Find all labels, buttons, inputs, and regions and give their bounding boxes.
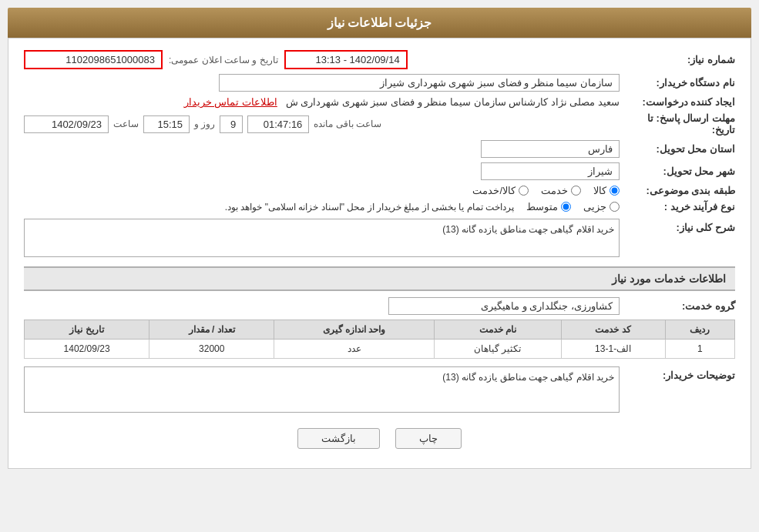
page-header: جزئیات اطلاعات نیاز (8, 8, 751, 38)
deadline-days: 9 (220, 115, 243, 133)
category-kala-radio[interactable] (610, 186, 620, 196)
purchase-type-mutavasset-radio[interactable] (561, 202, 571, 212)
need-desc-value: خرید اقلام گیاهی جهت مناطق یازده گانه (1… (24, 219, 620, 257)
deadline-value-wrap: 1402/09/23 ساعت 15:15 روز و 9 01:47:16 س… (24, 115, 620, 133)
col-unit: واحد اندازه گیری (274, 320, 435, 340)
category-khedmat-radio[interactable] (571, 186, 581, 196)
need-number-value: 1102098651000083 (24, 50, 163, 69)
purchase-type-mutavasset-item: متوسط (526, 201, 571, 212)
creator-value-wrap: سعید مصلی نژاد کارشناس سازمان سیما منظر … (24, 96, 620, 108)
need-desc-label: شرح کلی نیاز: (620, 219, 735, 233)
col-date: تاریخ نیاز (25, 320, 149, 340)
buyer-desc-label: توضیحات خریدار: (620, 366, 735, 381)
buyer-desc-value: خرید اقلام گیاهی جهت مناطق یازده گانه (1… (24, 366, 620, 413)
category-both-item: کالا/خدمت (472, 185, 529, 196)
col-code: کد خدمت (561, 320, 665, 340)
announce-value: 1402/09/14 - 13:13 (284, 50, 408, 69)
purchase-type-label: نوع فرآیند خرید : (620, 201, 735, 212)
deadline-time: 15:15 (143, 115, 190, 133)
btn-row: چاپ بازگشت (24, 428, 735, 457)
deadline-time-label: ساعت (113, 119, 139, 129)
col-qty: تعداد / مقدار (149, 320, 274, 340)
city-value: شیراز (481, 162, 620, 180)
need-desc-text: خرید اقلام گیاهی جهت مناطق یازده گانه (1… (442, 224, 614, 235)
table-row: 1 الف-1-13 تکثیر گیاهان عدد 32000 1402/0… (25, 340, 735, 359)
cell-name: تکثیر گیاهان (434, 340, 561, 359)
purchase-type-row: نوع فرآیند خرید : جزیی متوسط پرداخت تمام… (24, 201, 735, 212)
cell-row: 1 (665, 340, 734, 359)
province-label: استان محل تحویل: (620, 143, 735, 155)
deadline-remaining: 01:47:16 (247, 115, 309, 133)
province-value-wrap: فارس (24, 140, 620, 158)
category-options: کالا خدمت کالا/خدمت (24, 185, 620, 196)
deadline-label: مهلت ارسال پاسخ: تا تاریخ: (620, 112, 735, 136)
deadline-day-label: روز و (194, 119, 215, 129)
services-section-title: اطلاعات خدمات مورد نیاز (24, 266, 735, 291)
buyer-org-value: سازمان سیما منظر و فضای سبز شهری شهرداری… (219, 74, 620, 92)
deadline-remaining-label: ساعت باقی مانده (314, 119, 381, 129)
category-khedmat-item: خدمت (541, 185, 581, 196)
city-row: شهر محل تحویل: شیراز (24, 162, 735, 180)
service-group-value: کشاورزی، جنگلداری و ماهیگیری (388, 297, 620, 315)
need-number-row: شماره نیاز: 1102098651000083 تاریخ و ساع… (24, 50, 735, 69)
print-button[interactable]: چاپ (395, 428, 462, 449)
buyer-desc-text: خرید اقلام گیاهی جهت مناطق یازده گانه (1… (442, 372, 614, 383)
cell-qty: 32000 (149, 340, 274, 359)
province-row: استان محل تحویل: فارس (24, 140, 735, 158)
buyer-org-value-wrap: سازمان سیما منظر و فضای سبز شهری شهرداری… (24, 74, 620, 92)
cell-date: 1402/09/23 (25, 340, 149, 359)
category-kala-item: کالا (593, 185, 620, 196)
purchase-type-note: پرداخت تمام یا بخشی از مبلغ خریدار از مح… (225, 202, 514, 212)
buyer-org-row: نام دستگاه خریدار: سازمان سیما منظر و فض… (24, 74, 735, 92)
cell-unit: عدد (274, 340, 435, 359)
category-both-label: کالا/خدمت (472, 185, 516, 196)
province-value: فارس (481, 140, 620, 158)
buyer-desc-value-wrap: خرید اقلام گیاهی جهت مناطق یازده گانه (1… (24, 366, 620, 413)
city-label: شهر محل تحویل: (620, 166, 735, 177)
category-row: طبقه بندی موضوعی: کالا خدمت کالا/خدمت (24, 185, 735, 196)
contact-link[interactable]: اطلاعات تماس خریدار (184, 96, 277, 108)
category-both-radio[interactable] (519, 186, 529, 196)
purchase-type-jozee-label: جزیی (583, 201, 606, 212)
buyer-org-label: نام دستگاه خریدار: (620, 77, 735, 89)
purchase-type-wrap: جزیی متوسط پرداخت تمام یا بخشی از مبلغ خ… (24, 201, 620, 212)
need-number-value-wrap: 1102098651000083 تاریخ و ساعت اعلان عموم… (24, 50, 620, 69)
deadline-row: مهلت ارسال پاسخ: تا تاریخ: 1402/09/23 سا… (24, 112, 735, 136)
page-title: جزئیات اطلاعات نیاز (327, 16, 432, 29)
need-desc-row: شرح کلی نیاز: خرید اقلام گیاهی جهت مناطق… (24, 219, 735, 257)
city-value-wrap: شیراز (24, 162, 620, 180)
purchase-type-mutavasset-label: متوسط (526, 201, 558, 212)
page-container: جزئیات اطلاعات نیاز شماره نیاز: 11020986… (0, 0, 759, 532)
category-label: طبقه بندی موضوعی: (620, 185, 735, 196)
category-khedmat-label: خدمت (541, 185, 568, 196)
buyer-desc-row: توضیحات خریدار: خرید اقلام گیاهی جهت منا… (24, 366, 735, 413)
announce-label: تاریخ و ساعت اعلان عمومی: (169, 55, 278, 65)
service-group-value-wrap: کشاورزی، جنگلداری و ماهیگیری (24, 297, 620, 315)
services-table: ردیف کد خدمت نام خدمت واحد اندازه گیری ت… (24, 320, 735, 359)
cell-code: الف-1-13 (561, 340, 665, 359)
need-desc-value-wrap: خرید اقلام گیاهی جهت مناطق یازده گانه (1… (24, 219, 620, 257)
category-kala-label: کالا (593, 185, 606, 196)
creator-label: ایجاد کننده درخواست: (620, 96, 735, 108)
deadline-date: 1402/09/23 (24, 115, 109, 133)
purchase-type-jozee-radio[interactable] (610, 202, 620, 212)
creator-row: ایجاد کننده درخواست: سعید مصلی نژاد کارش… (24, 96, 735, 108)
need-number-label: شماره نیاز: (620, 54, 735, 65)
col-row: ردیف (665, 320, 734, 340)
back-button[interactable]: بازگشت (297, 428, 380, 449)
creator-value: سعید مصلی نژاد کارشناس سازمان سیما منظر … (286, 96, 620, 108)
service-group-row: گروه خدمت: کشاورزی، جنگلداری و ماهیگیری (24, 297, 735, 315)
purchase-type-jozee-item: جزیی (583, 201, 620, 212)
main-card: شماره نیاز: 1102098651000083 تاریخ و ساع… (8, 38, 751, 469)
col-name: نام خدمت (434, 320, 561, 340)
service-group-label: گروه خدمت: (620, 300, 735, 312)
